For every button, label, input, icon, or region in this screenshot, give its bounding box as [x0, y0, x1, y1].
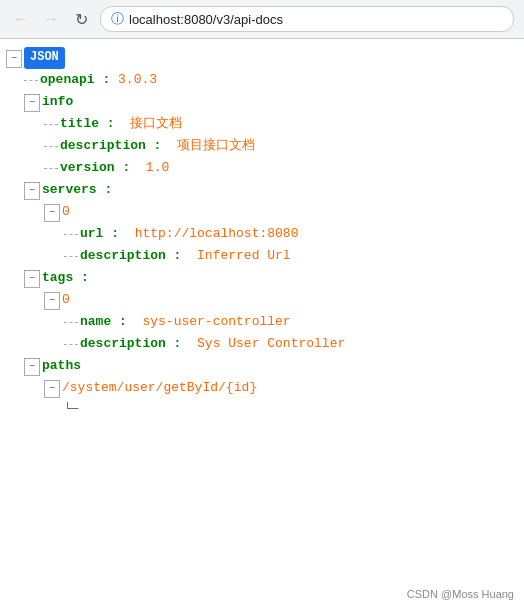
version-key: version : [60, 158, 130, 179]
tag-desc-row: description : Sys User Controller [4, 333, 520, 355]
servers-row: servers : [4, 179, 520, 201]
openapi-value: 3.0.3 [118, 70, 157, 91]
refresh-button[interactable]: ↻ [70, 8, 92, 30]
address-bar[interactable]: ⓘ localhost:8080/v3/api-docs [100, 6, 514, 32]
dash-connector [64, 322, 78, 323]
dash-connector [64, 344, 78, 345]
version-row: version : 1.0 [4, 157, 520, 179]
json-container: JSON openapi : 3.0.3 info title : 接口文档 d… [0, 39, 524, 605]
servers-0-toggle[interactable] [44, 204, 60, 222]
servers-index: 0 [62, 202, 70, 223]
openapi-key: openapi : [40, 70, 110, 91]
name-value: sys-user-controller [142, 312, 290, 333]
server-desc-row: description : Inferred Url [4, 245, 520, 267]
paths-row: paths [4, 355, 520, 377]
root-toggle[interactable] [6, 50, 22, 68]
title-value: 接口文档 [130, 114, 182, 135]
path-sub-arrow: └─ [64, 400, 78, 419]
path-sub-row: └─ [4, 399, 520, 421]
url-key: url : [80, 224, 119, 245]
version-value: 1.0 [146, 158, 169, 179]
info-toggle[interactable] [24, 94, 40, 112]
url-row: url : http://localhost:8080 [4, 223, 520, 245]
watermark: CSDN @Moss Huang [407, 588, 514, 600]
server-desc-value: Inferred Url [197, 246, 291, 267]
tags-index-row: 0 [4, 289, 520, 311]
tags-0-toggle[interactable] [44, 292, 60, 310]
url-value: http://localhost:8080 [135, 224, 299, 245]
info-icon: ⓘ [111, 10, 124, 28]
tags-row: tags : [4, 267, 520, 289]
info-row: info [4, 91, 520, 113]
tag-desc-value: Sys User Controller [197, 334, 345, 355]
tags-toggle[interactable] [24, 270, 40, 288]
servers-index-row: 0 [4, 201, 520, 223]
tags-key: tags : [42, 268, 89, 289]
back-button[interactable]: ← [10, 8, 32, 30]
servers-key: servers : [42, 180, 112, 201]
servers-toggle[interactable] [24, 182, 40, 200]
title-row: title : 接口文档 [4, 113, 520, 135]
dash-connector [24, 80, 38, 81]
info-key: info [42, 92, 73, 113]
forward-button[interactable]: → [40, 8, 62, 30]
url-text: localhost:8080/v3/api-docs [129, 12, 283, 27]
paths-toggle[interactable] [24, 358, 40, 376]
root-row: JSON [4, 47, 520, 69]
openapi-row: openapi : 3.0.3 [4, 69, 520, 91]
name-row: name : sys-user-controller [4, 311, 520, 333]
path-value: /system/user/getById/{id} [62, 378, 257, 399]
description-key: description : [60, 136, 161, 157]
dash-connector [44, 168, 58, 169]
info-description-row: description : 项目接口文档 [4, 135, 520, 157]
dash-connector [44, 124, 58, 125]
paths-key: paths [42, 356, 81, 377]
dash-connector [64, 256, 78, 257]
path-item-row: /system/user/getById/{id} [4, 377, 520, 399]
browser-toolbar: ← → ↻ ⓘ localhost:8080/v3/api-docs [0, 0, 524, 39]
json-badge: JSON [24, 47, 65, 68]
server-desc-key: description : [80, 246, 181, 267]
dash-connector [44, 146, 58, 147]
tags-index: 0 [62, 290, 70, 311]
title-key: title : [60, 114, 115, 135]
name-key: name : [80, 312, 127, 333]
dash-connector [64, 234, 78, 235]
path-toggle[interactable] [44, 380, 60, 398]
tag-desc-key: description : [80, 334, 181, 355]
description-value: 项目接口文档 [177, 136, 255, 157]
